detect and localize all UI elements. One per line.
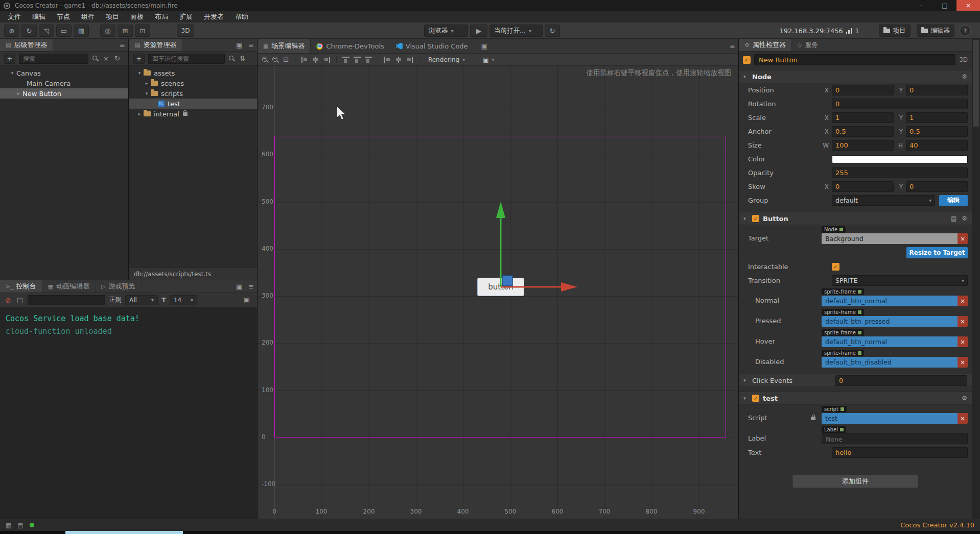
scale-tool-button[interactable]: ◹: [39, 25, 54, 37]
menu-file[interactable]: 文件: [2, 11, 27, 22]
snap-toggle-button[interactable]: ⊡: [135, 25, 150, 37]
collapse-arrow-icon[interactable]: ▸: [136, 111, 143, 116]
edit-group-button[interactable]: 编辑: [939, 195, 968, 206]
console-output[interactable]: Cocos Service load base data! cloud-func…: [0, 307, 257, 519]
asset-file-test[interactable]: ts test: [129, 99, 257, 109]
node-name-input[interactable]: [754, 54, 955, 65]
assets-search-input[interactable]: [148, 54, 225, 64]
size-w-input[interactable]: [832, 140, 894, 151]
gear-icon[interactable]: ⚙: [962, 73, 967, 80]
tab-assets[interactable]: ▤ 资源管理器: [129, 39, 182, 51]
hover-sprite-field[interactable]: default_btn_normal: [822, 336, 958, 347]
panel-menu-icon[interactable]: ≡: [245, 283, 257, 290]
normal-sprite-field[interactable]: default_btn_normal: [822, 296, 958, 306]
coordinate-toggle-button[interactable]: ⊞: [118, 25, 133, 37]
help-button[interactable]: ?: [960, 25, 971, 36]
minimize-button[interactable]: –: [909, 0, 933, 11]
menu-developer[interactable]: 开发者: [198, 11, 229, 22]
script-field[interactable]: test: [822, 413, 958, 424]
scene-node-button[interactable]: button: [477, 278, 524, 296]
menu-component[interactable]: 组件: [76, 11, 100, 22]
target-node-field[interactable]: Background: [822, 233, 958, 244]
skew-x-input[interactable]: [832, 181, 894, 192]
close-button[interactable]: ×: [956, 0, 980, 11]
menu-layout[interactable]: 布局: [149, 11, 174, 22]
expand-arrow-icon[interactable]: ▾: [9, 70, 15, 76]
scale-x-input[interactable]: [832, 112, 894, 123]
move-tool-button[interactable]: ⊕: [4, 25, 19, 37]
tab-chrome-devtools[interactable]: Chrome-DevTools: [311, 39, 390, 53]
search-icon[interactable]: [228, 55, 235, 62]
align-v-center-icon[interactable]: [353, 56, 361, 63]
gear-icon[interactable]: ⚙: [962, 395, 967, 402]
menu-panel[interactable]: 面板: [125, 11, 149, 22]
position-y-input[interactable]: [906, 85, 968, 95]
maximize-button[interactable]: □: [933, 0, 956, 11]
size-h-input[interactable]: [906, 140, 968, 151]
tab-hierarchy[interactable]: ▤ 层级管理器: [0, 39, 53, 51]
scale-y-input[interactable]: [906, 112, 968, 123]
tab-animation-editor[interactable]: ▦ 动画编辑器: [42, 280, 96, 293]
zoom-out-icon[interactable]: −: [272, 56, 279, 63]
scrollbar-thumb[interactable]: [973, 40, 979, 127]
disabled-sprite-field[interactable]: default_btn_disabled: [822, 357, 958, 368]
hierarchy-node-canvas[interactable]: ▾ Canvas: [0, 68, 128, 78]
create-asset-button[interactable]: +: [133, 54, 145, 64]
menu-help[interactable]: 帮助: [229, 11, 254, 22]
console-toggle-icon[interactable]: ▦: [6, 522, 11, 529]
add-panel-icon[interactable]: ▣: [478, 42, 491, 50]
search-icon[interactable]: [92, 55, 99, 62]
add-component-button[interactable]: 添加组件: [792, 475, 918, 488]
hierarchy-search-input[interactable]: [19, 54, 88, 64]
panel-menu-icon[interactable]: ≡: [245, 41, 257, 49]
collapse-arrow-icon[interactable]: ▸: [144, 81, 150, 86]
collapse-arrow-icon[interactable]: ▸: [15, 91, 21, 96]
expand-arrow-icon[interactable]: ▾: [136, 70, 143, 76]
align-bottom-icon[interactable]: [364, 56, 372, 63]
open-editor-folder-button[interactable]: 编辑器: [917, 25, 955, 37]
click-events-count-input[interactable]: [835, 375, 967, 386]
create-node-button[interactable]: +: [4, 54, 15, 64]
distribute-v-icon[interactable]: [394, 56, 403, 63]
open-log-file-icon[interactable]: ▤: [16, 296, 24, 304]
remove-sprite-button[interactable]: ×: [958, 357, 968, 368]
align-right-icon[interactable]: [323, 56, 331, 63]
preview-target-dropdown[interactable]: 浏览器 ▾: [424, 25, 468, 37]
font-size-dropdown[interactable]: 14 ▾: [170, 295, 197, 305]
refresh-preview-button[interactable]: ↻: [545, 25, 560, 37]
tab-services[interactable]: ◇ 服务: [792, 39, 824, 51]
tab-game-preview[interactable]: ▷ 游戏预览: [96, 280, 141, 293]
anchor-y-input[interactable]: [906, 126, 968, 137]
expand-arrow-icon[interactable]: ▾: [144, 91, 150, 96]
clear-console-icon[interactable]: ⊘: [4, 296, 12, 304]
rotate-tool-button[interactable]: ↻: [21, 25, 37, 37]
align-left-icon[interactable]: [300, 56, 309, 63]
collapse-section-icon[interactable]: ▾: [743, 396, 749, 401]
remove-sprite-button[interactable]: ×: [958, 296, 968, 306]
collapse-section-icon[interactable]: ▾: [743, 74, 749, 79]
panel-layout-icon[interactable]: ▣: [241, 296, 253, 304]
asset-folder-scenes[interactable]: ▸ scenes: [129, 78, 257, 88]
remove-script-button[interactable]: ×: [958, 413, 968, 424]
panel-layout-icon[interactable]: ▣: [233, 283, 245, 290]
opacity-input[interactable]: [832, 167, 968, 178]
clear-search-icon[interactable]: ×: [102, 55, 110, 62]
pressed-sprite-field[interactable]: default_btn_pressed: [822, 316, 958, 327]
label-ref-field[interactable]: None: [822, 433, 968, 444]
panel-menu-icon[interactable]: ≡: [116, 41, 128, 49]
tab-scene-editor[interactable]: ▦ 场景编辑器: [258, 39, 311, 53]
play-button[interactable]: ▶: [470, 25, 487, 37]
menu-node[interactable]: 节点: [51, 11, 76, 22]
color-swatch[interactable]: [832, 155, 968, 163]
pivot-toggle-button[interactable]: ◎: [100, 25, 115, 37]
asset-folder-assets[interactable]: ▾ assets: [129, 68, 257, 78]
multi-tool-button[interactable]: ▦: [74, 25, 89, 37]
inspector-scrollbar[interactable]: [972, 39, 980, 519]
transition-dropdown[interactable]: SPRITE ▾: [832, 275, 968, 286]
zoom-reset-icon[interactable]: ⊡: [282, 56, 290, 63]
doc-icon[interactable]: ▤: [951, 215, 956, 222]
console-filter-input[interactable]: [28, 295, 105, 305]
rect-tool-button[interactable]: ▭: [56, 25, 72, 37]
menu-project[interactable]: 项目: [100, 11, 125, 22]
skew-y-input[interactable]: [906, 181, 968, 192]
